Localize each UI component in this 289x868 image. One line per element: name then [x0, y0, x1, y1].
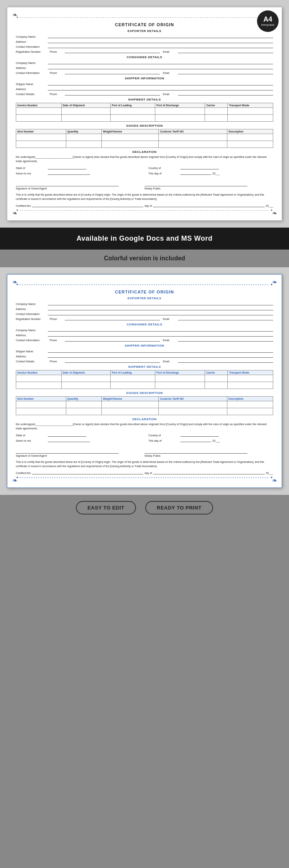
- color-consignee-address-line[interactable]: [48, 333, 273, 337]
- sworn-line[interactable]: [48, 171, 90, 175]
- color-consignee-email-line[interactable]: [178, 338, 273, 342]
- color-shipment-cell-carrier-2[interactable]: [205, 382, 228, 389]
- shipment-cell-loading-1[interactable]: [111, 108, 155, 115]
- color-shipment-cell-date-1[interactable]: [61, 375, 111, 382]
- color-goods-cell-item-1[interactable]: [16, 401, 66, 408]
- color-shipper-phone-line[interactable]: [65, 359, 160, 363]
- exporter-contact-line[interactable]: [48, 44, 273, 48]
- color-consignee-company-line[interactable]: [48, 328, 273, 332]
- goods-cell-weight-2[interactable]: [101, 141, 158, 148]
- color-shipment-cell-discharge-2[interactable]: [155, 382, 205, 389]
- goods-cell-weight-1[interactable]: [101, 134, 158, 141]
- shipper-name-line[interactable]: [48, 82, 273, 85]
- exporter-address-line[interactable]: [48, 39, 273, 43]
- color-goods-cell-weight-1[interactable]: [101, 401, 158, 408]
- color-goods-cell-qty-1[interactable]: [66, 401, 101, 408]
- exporter-company-line[interactable]: [48, 34, 273, 38]
- color-exporter-address-line[interactable]: [48, 307, 273, 310]
- color-day-of-label: day of: [144, 472, 152, 474]
- color-shipment-cell-transport-2[interactable]: [228, 382, 273, 389]
- shipper-phone-line[interactable]: [65, 92, 160, 96]
- color-shipment-cell-date-2[interactable]: [61, 382, 111, 389]
- color-goods-cell-weight-2[interactable]: [101, 408, 158, 415]
- shipment-cell-invoice-2[interactable]: [16, 115, 62, 122]
- goods-cell-qty-2[interactable]: [66, 141, 101, 148]
- sig-owner-line[interactable]: [16, 180, 119, 186]
- shipment-cell-date-2[interactable]: [61, 115, 111, 122]
- shipment-cell-transport-2[interactable]: [228, 115, 273, 122]
- color-certified-day-line[interactable]: [153, 471, 264, 474]
- color-signature-row: Signature of Owner/Agent Notary Public: [16, 447, 273, 457]
- color-shipment-col-carrier: Carrier: [205, 370, 228, 375]
- color-goods-cell-qty-2[interactable]: [66, 408, 101, 415]
- goods-cell-item-2[interactable]: [16, 141, 66, 148]
- easy-to-edit-button[interactable]: EASY TO EDIT: [76, 501, 136, 514]
- goods-cell-desc-2[interactable]: [227, 141, 273, 148]
- color-sig-owner-line[interactable]: [16, 447, 119, 454]
- color-shipper-name-line[interactable]: [48, 349, 273, 353]
- exporter-phone-line[interactable]: [65, 49, 160, 53]
- color-shipper-email-line[interactable]: [178, 359, 273, 363]
- color-shipment-cell-invoice-1[interactable]: [16, 375, 62, 382]
- color-shipment-cell-loading-2[interactable]: [111, 382, 155, 389]
- goods-cell-qty-1[interactable]: [66, 134, 101, 141]
- goods-cell-tariff-2[interactable]: [159, 141, 227, 148]
- this-day-line[interactable]: [180, 171, 211, 175]
- color-shipment-cell-invoice-2[interactable]: [16, 382, 62, 389]
- consignee-address-line[interactable]: [48, 65, 273, 69]
- bottom-buttons-bar: EASY TO EDIT READY TO PRINT: [0, 495, 289, 522]
- color-this-day-line[interactable]: [180, 438, 211, 442]
- color-shipment-col-invoice: Invoice Number: [16, 370, 62, 375]
- goods-cell-item-1[interactable]: [16, 134, 66, 141]
- color-goods-cell-tariff-1[interactable]: [159, 401, 227, 408]
- color-shipment-cell-discharge-1[interactable]: [155, 375, 205, 382]
- consignee-company-line[interactable]: [48, 60, 273, 64]
- color-country-line[interactable]: [180, 433, 219, 437]
- color-goods-cell-tariff-2[interactable]: [159, 408, 227, 415]
- shipment-cell-discharge-1[interactable]: [155, 108, 205, 115]
- consignee-email-line[interactable]: [178, 70, 273, 74]
- exporter-email-line[interactable]: [178, 49, 273, 53]
- ready-to-print-button[interactable]: READY TO PRINT: [145, 501, 213, 514]
- shipment-cell-invoice-1[interactable]: [16, 108, 62, 115]
- shipment-cell-transport-1[interactable]: [228, 108, 273, 115]
- color-goods-cell-item-2[interactable]: [16, 408, 66, 415]
- color-shipper-address-line[interactable]: [48, 354, 273, 358]
- shipment-cell-date-1[interactable]: [61, 108, 111, 115]
- shipper-name-label: Shipper Name:: [16, 83, 47, 85]
- shipment-cell-loading-2[interactable]: [111, 115, 155, 122]
- color-exporter-company-line[interactable]: [48, 302, 273, 305]
- color-shipment-row-2: [16, 382, 273, 389]
- signature-row: Signature of Owner/Agent Notary Public: [16, 180, 273, 190]
- color-consignee-phone-line[interactable]: [65, 338, 160, 342]
- goods-cell-desc-1[interactable]: [227, 134, 273, 141]
- color-certified-this-line[interactable]: [32, 471, 143, 474]
- shipment-cell-carrier-1[interactable]: [205, 108, 228, 115]
- country-line[interactable]: [180, 166, 219, 169]
- color-sworn-line[interactable]: [48, 438, 90, 442]
- color-state-line[interactable]: [48, 433, 86, 437]
- color-exporter-email-line[interactable]: [178, 317, 273, 320]
- consignee-phone-line[interactable]: [65, 70, 160, 74]
- shipper-email-line[interactable]: [178, 92, 273, 96]
- exporter-company-label: Company Name:: [16, 35, 47, 38]
- shipper-address-line[interactable]: [48, 87, 273, 90]
- color-shipment-cell-loading-1[interactable]: [111, 375, 155, 382]
- color-goods-col-weight: Weight/Volume: [101, 397, 158, 401]
- goods-cell-tariff-1[interactable]: [159, 134, 227, 141]
- color-goods-cell-desc-2[interactable]: [227, 408, 273, 415]
- color-sig-notary-line[interactable]: [144, 447, 247, 454]
- color-shipment-cell-transport-1[interactable]: [228, 375, 273, 382]
- color-shipment-cell-carrier-1[interactable]: [205, 375, 228, 382]
- certified-day-line[interactable]: [153, 203, 264, 207]
- sig-notary-line[interactable]: [144, 180, 247, 186]
- certified-this-line[interactable]: [32, 203, 143, 207]
- shipment-cell-carrier-2[interactable]: [205, 115, 228, 122]
- color-twenty-label: 20___: [212, 439, 220, 442]
- state-line[interactable]: [48, 166, 86, 169]
- color-exporter-contact-line[interactable]: [48, 312, 273, 315]
- shipment-cell-discharge-2[interactable]: [155, 115, 205, 122]
- color-goods-cell-desc-1[interactable]: [227, 401, 273, 408]
- color-exporter-phone-line[interactable]: [65, 317, 160, 320]
- color-goods-heading: GOODS DESCRIPTION: [16, 391, 273, 395]
